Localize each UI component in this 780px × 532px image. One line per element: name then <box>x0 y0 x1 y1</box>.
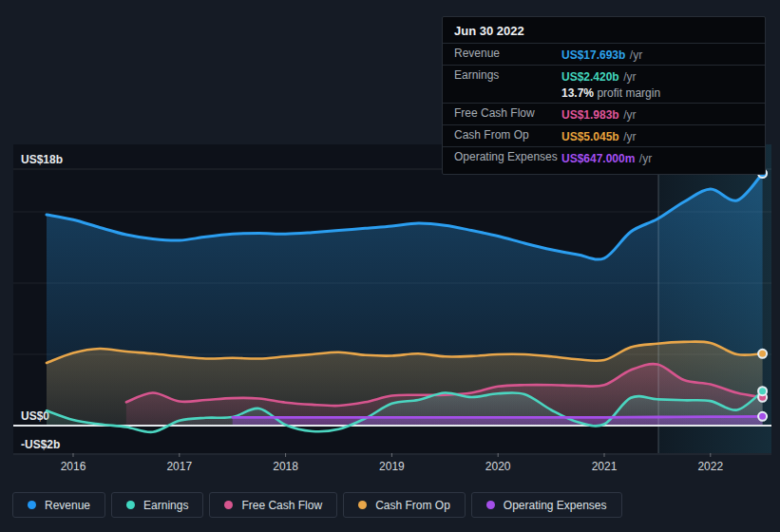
tooltip-suffix: /yr <box>623 108 636 122</box>
tooltip-row-cash-from-op: Cash From Op US$5.045b /yr <box>443 124 765 146</box>
y-axis-label: US$18b <box>21 153 63 166</box>
tooltip-value-2: US$1.983b <box>561 108 619 122</box>
legend-label: Cash From Op <box>375 499 450 512</box>
tooltip-row-earnings: Earnings US$2.420b /yr 13.7% profit marg… <box>443 65 765 103</box>
tooltip-label: Free Cash Flow <box>454 105 561 121</box>
legend-label: Earnings <box>143 499 188 512</box>
legend-dot-icon <box>28 501 36 509</box>
tooltip-suffix: /yr <box>623 130 636 143</box>
operating-expenses-end-dot <box>758 412 767 421</box>
x-axis-label: 2021 <box>592 460 618 473</box>
cash-from-op-end-dot <box>758 350 767 358</box>
legend-item-earnings[interactable]: Earnings <box>111 492 203 518</box>
tooltip-suffix: /yr <box>639 152 652 165</box>
tooltip-date: Jun 30 2022 <box>443 17 765 43</box>
legend-item-revenue[interactable]: Revenue <box>12 492 105 518</box>
profit-margin-value: 13.7% <box>561 86 594 100</box>
tooltip-label: Cash From Op <box>454 127 561 142</box>
profit-margin: 13.7% profit margin <box>561 86 753 101</box>
tooltip-value-3: US$5.045b <box>561 130 619 143</box>
y-axis-label: -US$2b <box>21 438 60 451</box>
legend-label: Free Cash Flow <box>241 499 322 512</box>
stock-financials-chart-panel: US$18bUS$0-US$2b201620172018201920202021… <box>0 0 780 532</box>
tooltip-suffix: /yr <box>623 70 636 84</box>
legend-dot-icon <box>358 501 367 509</box>
operating-expenses-line <box>233 416 763 417</box>
tooltip-value-0: US$17.693b <box>561 48 625 62</box>
x-axis-label: 2018 <box>273 460 298 473</box>
x-axis-label: 2016 <box>61 460 86 473</box>
tooltip-label: Revenue <box>454 46 561 61</box>
chart-tooltip: Jun 30 2022 Revenue US$17.693b /yr Earni… <box>442 16 766 175</box>
legend-dot-icon <box>224 501 233 509</box>
chart-legend: RevenueEarningsFree Cash FlowCash From O… <box>12 492 622 518</box>
x-axis-label: 2020 <box>485 460 511 473</box>
tooltip-value-1: US$2.420b <box>561 70 619 84</box>
profit-margin-text: profit margin <box>597 86 660 100</box>
legend-dot-icon <box>126 501 135 509</box>
earnings-end-dot <box>758 387 767 395</box>
tooltip-label: Earnings <box>454 67 561 83</box>
tooltip-label: Operating Expenses <box>454 149 561 164</box>
tooltip-suffix: /yr <box>630 48 642 62</box>
x-axis-label: 2022 <box>697 460 723 473</box>
legend-dot-icon <box>486 501 495 509</box>
y-axis-label: US$0 <box>21 409 49 423</box>
legend-item-free-cash-flow[interactable]: Free Cash Flow <box>209 492 337 518</box>
legend-label: Revenue <box>45 499 90 512</box>
x-axis-label: 2019 <box>379 460 405 473</box>
tooltip-row-operating-expenses: Operating Expenses US$647.000m /yr <box>443 146 765 168</box>
tooltip-row-revenue: Revenue US$17.693b /yr <box>443 43 765 65</box>
legend-label: Operating Expenses <box>504 499 607 512</box>
x-axis-label: 2017 <box>166 460 192 473</box>
legend-item-operating-expenses[interactable]: Operating Expenses <box>471 492 622 518</box>
legend-item-cash-from-op[interactable]: Cash From Op <box>343 492 466 518</box>
tooltip-row-free-cash-flow: Free Cash Flow US$1.983b /yr <box>443 103 765 124</box>
tooltip-value-4: US$647.000m <box>561 152 635 165</box>
